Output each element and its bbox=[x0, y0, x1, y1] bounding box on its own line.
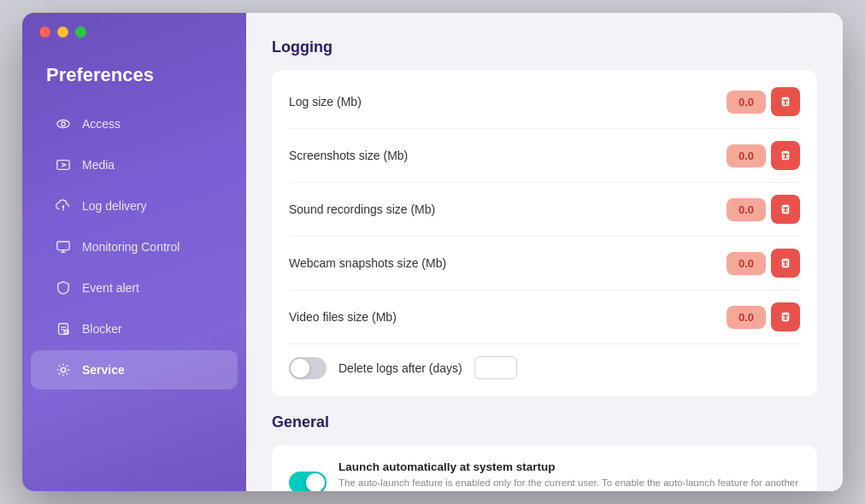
sound-recordings-label: Sound recordings size (Mb) bbox=[289, 202, 435, 216]
sidebar-item-blocker[interactable]: Blocker bbox=[31, 309, 238, 349]
delete-logs-label: Delete logs after (days) bbox=[338, 361, 462, 375]
sidebar: Preferences Access Media bbox=[22, 13, 246, 491]
general-card: Launch automatically at system startup T… bbox=[272, 445, 817, 491]
video-files-controls: 0.0 bbox=[727, 302, 800, 331]
sidebar-item-media[interactable]: Media bbox=[31, 145, 238, 185]
close-button[interactable] bbox=[39, 26, 50, 38]
log-row-screenshots: Screenshots size (Mb) 0.0 bbox=[289, 129, 800, 183]
sidebar-item-event-alert[interactable]: Event alert bbox=[31, 268, 238, 308]
sidebar-title: Preferences bbox=[22, 56, 246, 103]
log-row-webcam-snapshots: Webcam snapshots size (Mb) 0.0 bbox=[289, 237, 800, 290]
screenshots-value: 0.0 bbox=[727, 144, 766, 167]
delete-logs-row: Delete logs after (days) bbox=[289, 344, 800, 391]
sidebar-item-label: Monitoring Control bbox=[82, 240, 179, 254]
log-row-sound-recordings: Sound recordings size (Mb) 0.0 bbox=[289, 183, 800, 237]
eye-icon bbox=[55, 115, 72, 132]
webcam-snapshots-delete-button[interactable] bbox=[771, 249, 800, 278]
sidebar-item-monitoring-control[interactable]: Monitoring Control bbox=[31, 227, 238, 267]
sidebar-item-label: Blocker bbox=[82, 322, 122, 336]
log-row-video-files: Video files size (Mb) 0.0 bbox=[289, 290, 800, 344]
minimize-button[interactable] bbox=[57, 26, 68, 38]
screenshots-label: Screenshots size (Mb) bbox=[289, 149, 408, 162]
sidebar-item-label: Event alert bbox=[82, 281, 139, 295]
delete-logs-input[interactable] bbox=[474, 356, 517, 379]
log-size-value: 0.0 bbox=[727, 91, 766, 114]
log-size-label: Log size (Mb) bbox=[289, 95, 362, 108]
auto-launch-sublabel: The auto-launch feature is enabled only … bbox=[338, 476, 800, 491]
sidebar-item-access[interactable]: Access bbox=[31, 104, 238, 144]
video-files-value: 0.0 bbox=[727, 306, 766, 329]
delete-logs-toggle[interactable] bbox=[289, 357, 327, 379]
maximize-button[interactable] bbox=[75, 26, 86, 38]
toggle-knob bbox=[306, 473, 325, 491]
main-content: Logging Log size (Mb) 0.0 bbox=[246, 13, 843, 491]
svg-point-12 bbox=[61, 367, 65, 372]
svg-line-11 bbox=[65, 331, 68, 333]
app-window: Preferences Access Media bbox=[22, 13, 843, 491]
video-files-delete-button[interactable] bbox=[771, 302, 800, 331]
logging-section-title: Logging bbox=[272, 38, 817, 56]
traffic-lights bbox=[39, 26, 86, 38]
sidebar-item-label: Service bbox=[82, 363, 125, 377]
sidebar-item-label: Log delivery bbox=[82, 199, 147, 213]
svg-rect-2 bbox=[57, 161, 69, 170]
svg-point-1 bbox=[62, 122, 66, 126]
svg-rect-4 bbox=[57, 242, 69, 250]
video-files-label: Video files size (Mb) bbox=[289, 310, 397, 324]
sidebar-item-label: Access bbox=[82, 117, 121, 131]
sidebar-item-label: Media bbox=[82, 158, 115, 172]
toggle-knob bbox=[291, 359, 309, 378]
log-size-controls: 0.0 bbox=[727, 87, 800, 116]
cloud-upload-icon bbox=[55, 197, 72, 214]
sidebar-item-service[interactable]: Service bbox=[31, 350, 238, 390]
sound-recordings-value: 0.0 bbox=[727, 198, 766, 221]
svg-point-0 bbox=[57, 120, 69, 128]
media-icon bbox=[55, 156, 72, 173]
auto-launch-label: Launch automatically at system startup bbox=[338, 460, 800, 473]
webcam-snapshots-controls: 0.0 bbox=[727, 249, 800, 278]
screenshots-delete-button[interactable] bbox=[771, 141, 800, 170]
webcam-snapshots-label: Webcam snapshots size (Mb) bbox=[289, 256, 446, 270]
auto-launch-toggle[interactable] bbox=[289, 472, 327, 491]
shield-icon bbox=[55, 279, 72, 296]
screenshots-controls: 0.0 bbox=[727, 141, 800, 170]
log-row-log-size: Log size (Mb) 0.0 bbox=[289, 75, 800, 129]
monitor-icon bbox=[55, 238, 72, 255]
gear-icon bbox=[55, 361, 72, 378]
sound-recordings-controls: 0.0 bbox=[727, 195, 800, 224]
log-size-delete-button[interactable] bbox=[771, 87, 800, 116]
auto-launch-content: Launch automatically at system startup T… bbox=[338, 460, 800, 491]
sound-recordings-delete-button[interactable] bbox=[771, 195, 800, 224]
general-section-title: General bbox=[272, 413, 817, 431]
webcam-snapshots-value: 0.0 bbox=[727, 252, 766, 275]
auto-launch-row: Launch automatically at system startup T… bbox=[289, 450, 800, 491]
blocker-icon bbox=[55, 320, 72, 337]
sidebar-item-log-delivery[interactable]: Log delivery bbox=[31, 186, 238, 226]
logging-card: Log size (Mb) 0.0 Screensh bbox=[272, 70, 817, 396]
